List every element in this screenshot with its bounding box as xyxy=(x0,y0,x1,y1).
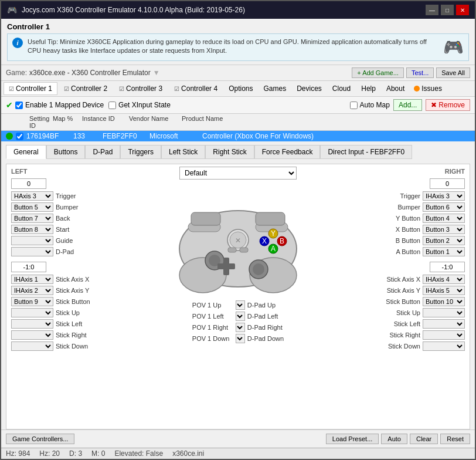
guide-select[interactable] xyxy=(11,236,53,245)
maximize-button[interactable]: □ xyxy=(441,5,454,15)
stick-axis-y-select-left[interactable]: IHAxis 2 xyxy=(11,286,53,295)
b-button-select[interactable]: Button 2 xyxy=(423,236,465,245)
menu-devices[interactable]: Devices xyxy=(292,83,327,94)
a-button-select[interactable]: Button 1 xyxy=(423,247,465,256)
save-all-button[interactable]: Save All xyxy=(436,67,470,78)
enable-mapped-checkbox[interactable] xyxy=(15,102,23,109)
back-select[interactable]: Button 7 xyxy=(11,214,53,223)
bumper-row-left: Button 5 Bumper xyxy=(11,202,128,212)
start-select[interactable]: Button 8 xyxy=(11,225,53,234)
add-button[interactable]: Add... xyxy=(393,99,422,111)
bumper-row-right: Bumper Button 6 xyxy=(348,202,465,212)
test-button[interactable]: Test... xyxy=(406,67,434,78)
right-value-box[interactable] xyxy=(430,178,465,189)
menu-games[interactable]: Games xyxy=(259,83,291,94)
dpad-select[interactable] xyxy=(11,247,53,256)
table-row[interactable]: 176194BF 133 FEBF2FF0 Microsoft Controll… xyxy=(1,131,475,141)
svg-rect-24 xyxy=(228,248,236,252)
pov1-down-row: POV 1 Down ▼ D-Pad Down xyxy=(192,334,284,343)
menu-about[interactable]: About xyxy=(382,83,409,94)
tab-dpad[interactable]: D-Pad xyxy=(85,145,120,159)
tip-text: Useful Tip: Minimize X360CE Application … xyxy=(28,38,438,56)
menu-options[interactable]: Options xyxy=(224,83,257,94)
setting-id-cell: 176194BF xyxy=(26,132,73,140)
tab-controller2[interactable]: ☑ Controller 2 xyxy=(59,82,113,95)
get-xinput-checkbox[interactable] xyxy=(108,102,116,109)
bumper-select-right[interactable]: Button 6 xyxy=(423,202,465,212)
row-checkbox[interactable] xyxy=(16,133,23,140)
svg-text:A: A xyxy=(271,245,276,253)
right-stick-value-box[interactable] xyxy=(430,262,465,272)
stick-left-select-right[interactable] xyxy=(423,319,465,329)
left-value-box[interactable] xyxy=(11,178,46,189)
stick-axis-x-select-left[interactable]: IHAxis 1 xyxy=(11,275,53,284)
a-button-row: A Button Button 1 xyxy=(348,247,465,256)
trigger-select-left[interactable]: HAxis 3 xyxy=(11,191,53,201)
pov-section: POV 1 Up ▼ D-Pad Up POV 1 Left ▼ D-Pad L… xyxy=(192,300,284,345)
x-button-row: X Button Button 3 xyxy=(348,225,465,234)
stick-right-select-left[interactable] xyxy=(11,330,53,340)
stick-left-select-left[interactable] xyxy=(11,319,53,329)
tab-general[interactable]: General xyxy=(6,145,46,159)
enable-mapped-text: Enable 1 Mapped Device xyxy=(25,101,104,109)
load-preset-button[interactable]: Load Preset... xyxy=(326,434,379,444)
stick-left-row-right: Stick Left xyxy=(348,319,465,329)
bumper-select-left[interactable]: Button 5 xyxy=(11,202,53,212)
stick-up-select-left[interactable] xyxy=(11,308,53,317)
pov1-left-select[interactable]: ▼ xyxy=(236,312,245,321)
auto-map-label[interactable]: Auto Map xyxy=(350,101,390,109)
tab-controller1[interactable]: ☑ Controller 1 xyxy=(4,82,57,95)
clear-button[interactable]: Clear xyxy=(410,434,438,444)
y-button-select[interactable]: Button 4 xyxy=(423,214,465,223)
x-button-select[interactable]: Button 3 xyxy=(423,225,465,234)
stick-right-select-right[interactable] xyxy=(423,330,465,340)
auto-button[interactable]: Auto xyxy=(381,434,407,444)
tab-direct-input[interactable]: Direct Input - FEBF2FF0 xyxy=(320,145,412,159)
trigger-row-right: Trigger IHAxis 3 xyxy=(348,191,465,201)
menu-cloud[interactable]: Cloud xyxy=(328,83,355,94)
menu-help[interactable]: Help xyxy=(356,83,380,94)
stick-down-select-right[interactable] xyxy=(423,341,465,351)
minimize-button[interactable]: — xyxy=(426,5,438,15)
get-xinput-label[interactable]: Get XInput State xyxy=(108,101,171,109)
pov1-down-select[interactable]: ▼ xyxy=(236,334,245,343)
tab-force-feedback[interactable]: Force Feedback xyxy=(254,145,321,159)
pov1-right-select[interactable]: ▼ xyxy=(236,323,245,332)
pov1-right-label: POV 1 Right xyxy=(192,324,233,331)
col-product-name: Product Name xyxy=(182,115,470,129)
tab-controller4[interactable]: ☑ Controller 4 xyxy=(169,82,223,95)
left-stick-value-box[interactable] xyxy=(11,262,46,272)
app-title: Jocys.com X360 Controller Emulator 4.10.… xyxy=(22,6,245,14)
remove-button[interactable]: ✖ Remove xyxy=(426,99,470,111)
stick-down-select-left[interactable] xyxy=(11,341,53,351)
menu-issues[interactable]: Issues xyxy=(410,83,444,94)
tab-left-stick[interactable]: Left Stick xyxy=(161,145,205,159)
stick-axis-x-select-right[interactable]: IHAxis 4 xyxy=(423,275,465,284)
trigger-select-right[interactable]: IHAxis 3 xyxy=(423,191,465,201)
right-label: RIGHT xyxy=(348,167,465,176)
tab-buttons[interactable]: Buttons xyxy=(46,145,86,159)
auto-map-checkbox[interactable] xyxy=(350,102,358,109)
tab-right-stick[interactable]: Right Stick xyxy=(205,145,254,159)
stick-button-select-right[interactable]: Button 10 xyxy=(423,297,465,306)
stick-button-select-left[interactable]: Button 9 xyxy=(11,297,53,306)
tab-controller3[interactable]: ☑ Controller 3 xyxy=(114,82,168,95)
default-select[interactable]: Default xyxy=(179,167,297,180)
pov1-left-value: D-Pad Left xyxy=(247,313,278,320)
pov1-right-value: D-Pad Right xyxy=(247,324,283,331)
guide-row: Guide xyxy=(11,236,128,245)
reset-button[interactable]: Reset xyxy=(440,434,470,444)
pov1-up-row: POV 1 Up ▼ D-Pad Up xyxy=(192,300,284,310)
tab-triggers[interactable]: Triggers xyxy=(120,145,161,159)
stick-axis-y-select-right[interactable]: IHAxis 5 xyxy=(423,286,465,295)
stick-left-row-left: Stick Left xyxy=(11,319,128,329)
enable-mapped-label[interactable]: ✔ Enable 1 Mapped Device xyxy=(6,100,104,110)
map-pct-cell: 133 xyxy=(73,132,103,140)
vendor-cell: Microsoft xyxy=(149,132,202,140)
game-controllers-button[interactable]: Game Controllers... xyxy=(6,434,74,444)
stick-up-select-right[interactable] xyxy=(423,308,465,317)
svg-rect-5 xyxy=(191,212,220,225)
close-button[interactable]: ✕ xyxy=(456,5,469,15)
add-game-button[interactable]: + Add Game... xyxy=(352,67,404,78)
pov1-up-select[interactable]: ▼ xyxy=(236,300,245,310)
